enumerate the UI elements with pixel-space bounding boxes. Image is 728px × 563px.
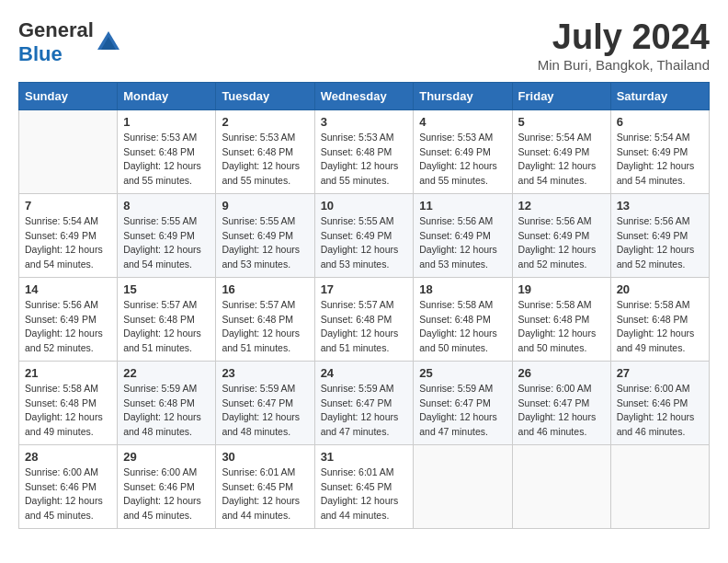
- calendar-cell: 24Sunrise: 5:59 AMSunset: 6:47 PMDayligh…: [314, 361, 414, 444]
- day-info: Sunrise: 6:00 AMSunset: 6:46 PMDaylight:…: [123, 465, 210, 523]
- day-info: Sunrise: 5:58 AMSunset: 6:48 PMDaylight:…: [419, 298, 506, 356]
- calendar-cell: 25Sunrise: 5:59 AMSunset: 6:47 PMDayligh…: [414, 361, 512, 444]
- day-number: 22: [123, 366, 210, 380]
- day-number: 8: [123, 199, 210, 213]
- calendar-cell: 3Sunrise: 5:53 AMSunset: 6:48 PMDaylight…: [314, 109, 414, 193]
- day-info: Sunrise: 5:59 AMSunset: 6:47 PMDaylight:…: [222, 382, 308, 440]
- day-number: 31: [321, 450, 408, 464]
- day-number: 11: [419, 199, 506, 213]
- day-number: 24: [321, 366, 408, 380]
- calendar-cell: 18Sunrise: 5:58 AMSunset: 6:48 PMDayligh…: [414, 277, 512, 361]
- day-number: 25: [419, 366, 506, 380]
- day-info: Sunrise: 5:57 AMSunset: 6:48 PMDaylight:…: [123, 298, 210, 356]
- calendar-header-wednesday: Wednesday: [314, 82, 414, 109]
- calendar-cell: 5Sunrise: 5:54 AMSunset: 6:49 PMDaylight…: [512, 109, 610, 193]
- calendar-header-saturday: Saturday: [610, 82, 709, 109]
- day-info: Sunrise: 5:53 AMSunset: 6:48 PMDaylight:…: [222, 131, 308, 189]
- calendar-cell: 15Sunrise: 5:57 AMSunset: 6:48 PMDayligh…: [118, 277, 216, 361]
- day-number: 1: [123, 115, 210, 129]
- day-number: 10: [321, 199, 408, 213]
- calendar-cell: 4Sunrise: 5:53 AMSunset: 6:49 PMDaylight…: [414, 109, 512, 193]
- calendar-cell: 1Sunrise: 5:53 AMSunset: 6:48 PMDaylight…: [118, 109, 216, 193]
- calendar-cell: 30Sunrise: 6:01 AMSunset: 6:45 PMDayligh…: [216, 444, 314, 528]
- calendar-cell: [512, 444, 610, 528]
- day-info: Sunrise: 6:01 AMSunset: 6:45 PMDaylight:…: [222, 465, 308, 523]
- day-info: Sunrise: 5:55 AMSunset: 6:49 PMDaylight:…: [321, 214, 408, 272]
- calendar-cell: 31Sunrise: 6:01 AMSunset: 6:45 PMDayligh…: [314, 444, 414, 528]
- day-info: Sunrise: 5:59 AMSunset: 6:48 PMDaylight:…: [123, 382, 210, 440]
- calendar-week-row: 28Sunrise: 6:00 AMSunset: 6:46 PMDayligh…: [19, 444, 710, 528]
- calendar-cell: 19Sunrise: 5:58 AMSunset: 6:48 PMDayligh…: [512, 277, 610, 361]
- day-number: 28: [25, 450, 111, 464]
- day-info: Sunrise: 5:57 AMSunset: 6:48 PMDaylight:…: [222, 298, 308, 356]
- day-number: 18: [419, 282, 506, 296]
- title-section: July 2024 Min Buri, Bangkok, Thailand: [538, 18, 710, 73]
- day-info: Sunrise: 5:56 AMSunset: 6:49 PMDaylight:…: [617, 214, 703, 272]
- day-number: 19: [518, 282, 605, 296]
- calendar-cell: 22Sunrise: 5:59 AMSunset: 6:48 PMDayligh…: [118, 361, 216, 444]
- calendar-header-friday: Friday: [512, 82, 610, 109]
- calendar-week-row: 14Sunrise: 5:56 AMSunset: 6:49 PMDayligh…: [19, 277, 710, 361]
- calendar-cell: 21Sunrise: 5:58 AMSunset: 6:48 PMDayligh…: [19, 361, 118, 444]
- day-number: 21: [25, 366, 111, 380]
- month-year-title: July 2024: [538, 18, 710, 57]
- logo: General Blue: [18, 18, 121, 66]
- day-info: Sunrise: 5:58 AMSunset: 6:48 PMDaylight:…: [25, 382, 111, 440]
- calendar-cell: 16Sunrise: 5:57 AMSunset: 6:48 PMDayligh…: [216, 277, 314, 361]
- day-number: 26: [518, 366, 605, 380]
- page-header: General Blue July 2024 Min Buri, Bangkok…: [18, 18, 710, 73]
- logo-blue: Blue: [18, 42, 63, 65]
- day-number: 4: [419, 115, 506, 129]
- day-number: 17: [321, 282, 408, 296]
- calendar-cell: 20Sunrise: 5:58 AMSunset: 6:48 PMDayligh…: [610, 277, 709, 361]
- day-info: Sunrise: 5:53 AMSunset: 6:48 PMDaylight:…: [321, 131, 408, 189]
- day-number: 30: [222, 450, 308, 464]
- day-number: 9: [222, 199, 308, 213]
- calendar-cell: 10Sunrise: 5:55 AMSunset: 6:49 PMDayligh…: [314, 193, 414, 277]
- day-info: Sunrise: 5:54 AMSunset: 6:49 PMDaylight:…: [25, 214, 111, 272]
- calendar-cell: 6Sunrise: 5:54 AMSunset: 6:49 PMDaylight…: [610, 109, 709, 193]
- calendar-week-row: 21Sunrise: 5:58 AMSunset: 6:48 PMDayligh…: [19, 361, 710, 444]
- calendar-header-sunday: Sunday: [19, 82, 118, 109]
- day-info: Sunrise: 5:58 AMSunset: 6:48 PMDaylight:…: [518, 298, 605, 356]
- day-info: Sunrise: 5:54 AMSunset: 6:49 PMDaylight:…: [617, 131, 703, 189]
- day-number: 7: [25, 199, 111, 213]
- calendar-header-row: SundayMondayTuesdayWednesdayThursdayFrid…: [19, 82, 710, 109]
- calendar-week-row: 7Sunrise: 5:54 AMSunset: 6:49 PMDaylight…: [19, 193, 710, 277]
- day-info: Sunrise: 5:53 AMSunset: 6:48 PMDaylight:…: [123, 131, 210, 189]
- day-number: 20: [617, 282, 703, 296]
- calendar-cell: 23Sunrise: 5:59 AMSunset: 6:47 PMDayligh…: [216, 361, 314, 444]
- day-info: Sunrise: 6:00 AMSunset: 6:46 PMDaylight:…: [25, 465, 111, 523]
- day-info: Sunrise: 5:57 AMSunset: 6:48 PMDaylight:…: [321, 298, 408, 356]
- calendar-cell: 8Sunrise: 5:55 AMSunset: 6:49 PMDaylight…: [118, 193, 216, 277]
- calendar-cell: 12Sunrise: 5:56 AMSunset: 6:49 PMDayligh…: [512, 193, 610, 277]
- calendar-cell: 13Sunrise: 5:56 AMSunset: 6:49 PMDayligh…: [610, 193, 709, 277]
- calendar-cell: 27Sunrise: 6:00 AMSunset: 6:46 PMDayligh…: [610, 361, 709, 444]
- day-info: Sunrise: 5:59 AMSunset: 6:47 PMDaylight:…: [419, 382, 506, 440]
- calendar-cell: 7Sunrise: 5:54 AMSunset: 6:49 PMDaylight…: [19, 193, 118, 277]
- day-info: Sunrise: 5:59 AMSunset: 6:47 PMDaylight:…: [321, 382, 408, 440]
- calendar-cell: 9Sunrise: 5:55 AMSunset: 6:49 PMDaylight…: [216, 193, 314, 277]
- day-number: 16: [222, 282, 308, 296]
- calendar-cell: 28Sunrise: 6:00 AMSunset: 6:46 PMDayligh…: [19, 444, 118, 528]
- calendar-header-tuesday: Tuesday: [216, 82, 314, 109]
- day-info: Sunrise: 5:54 AMSunset: 6:49 PMDaylight:…: [518, 131, 605, 189]
- calendar-cell: 17Sunrise: 5:57 AMSunset: 6:48 PMDayligh…: [314, 277, 414, 361]
- logo-general: General: [18, 18, 94, 41]
- calendar-cell: 2Sunrise: 5:53 AMSunset: 6:48 PMDaylight…: [216, 109, 314, 193]
- calendar-table: SundayMondayTuesdayWednesdayThursdayFrid…: [18, 82, 710, 529]
- day-number: 27: [617, 366, 703, 380]
- day-info: Sunrise: 5:56 AMSunset: 6:49 PMDaylight:…: [419, 214, 506, 272]
- day-number: 14: [25, 282, 111, 296]
- day-number: 23: [222, 366, 308, 380]
- day-info: Sunrise: 5:53 AMSunset: 6:49 PMDaylight:…: [419, 131, 506, 189]
- calendar-cell: [19, 109, 118, 193]
- day-number: 6: [617, 115, 703, 129]
- day-number: 12: [518, 199, 605, 213]
- day-number: 29: [123, 450, 210, 464]
- location-subtitle: Min Buri, Bangkok, Thailand: [538, 57, 710, 73]
- day-info: Sunrise: 5:55 AMSunset: 6:49 PMDaylight:…: [123, 214, 210, 272]
- calendar-cell: [610, 444, 709, 528]
- day-number: 15: [123, 282, 210, 296]
- day-info: Sunrise: 6:01 AMSunset: 6:45 PMDaylight:…: [321, 465, 408, 523]
